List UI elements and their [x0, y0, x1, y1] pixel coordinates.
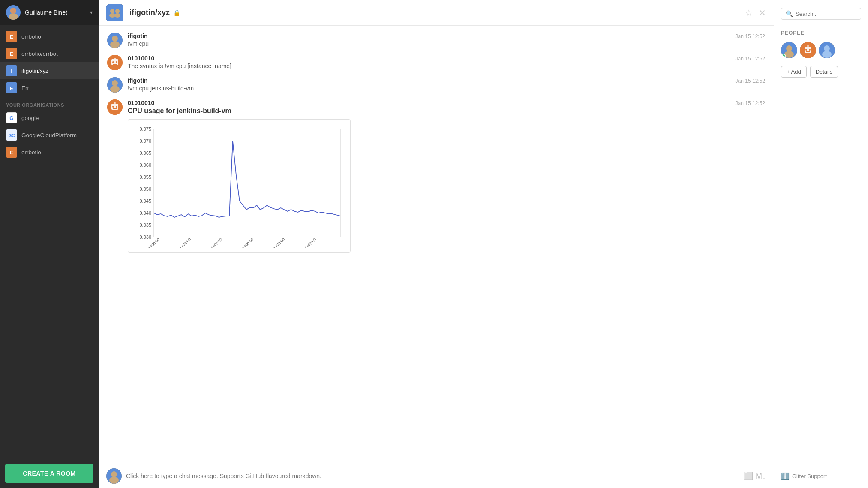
svg-point-21	[114, 13, 120, 18]
svg-text:E: E	[10, 150, 13, 155]
org-icon-google: G	[6, 112, 17, 123]
svg-point-19	[115, 9, 120, 13]
add-person-button[interactable]: + Add	[781, 66, 807, 78]
org-icon-gcp: GC	[6, 129, 17, 141]
message-username: 01010010	[128, 99, 154, 106]
svg-rect-39	[114, 102, 116, 104]
details-button[interactable]: Details	[810, 66, 838, 78]
svg-rect-78	[807, 45, 809, 47]
svg-point-69	[109, 477, 119, 484]
room-label-xyz: ifigotin/xyz	[21, 68, 48, 74]
svg-point-18	[110, 9, 114, 13]
online-indicator	[781, 54, 786, 58]
svg-point-81	[822, 51, 832, 58]
chart-title: CPU usage for jenkins-build-vm	[128, 107, 765, 115]
sidebar-item-errbotio[interactable]: E errbotio	[0, 28, 99, 45]
svg-point-37	[116, 106, 117, 108]
username-label: Guillaume Binet	[25, 9, 90, 16]
svg-text:0.035: 0.035	[139, 222, 151, 228]
sidebar-item-googlecloudplatform[interactable]: GC GoogleCloudPlatform	[0, 126, 99, 144]
sidebar-item-err[interactable]: E Err	[0, 79, 99, 96]
svg-text:0.050: 0.050	[139, 186, 151, 192]
cpu-chart: 0.075 0.070 0.065 0.060 0.055 0.050 0.04…	[128, 119, 351, 253]
lock-icon: 🔒	[173, 9, 180, 16]
svg-text:0.060: 0.060	[139, 162, 151, 168]
chat-header: ifigotin/xyz 🔒 ☆ ✕	[99, 0, 774, 26]
user-avatar	[6, 5, 21, 20]
chevron-down-icon: ▾	[90, 9, 93, 15]
svg-text:0.070: 0.070	[139, 138, 151, 144]
org-label-gcp: GoogleCloudPlatform	[21, 132, 77, 138]
messages-area: ifigotin Jan 15 12:52 !vm cpu	[99, 26, 774, 464]
svg-text:2016-01-15 20:49:01+00:00: 2016-01-15 20:49:01+00:00	[155, 237, 192, 248]
search-bar: 🔍	[781, 8, 861, 20]
svg-text:0.055: 0.055	[139, 174, 151, 180]
avatar	[107, 33, 123, 48]
svg-rect-77	[806, 51, 810, 52]
main-chat-area: ifigotin/xyz 🔒 ☆ ✕ ifigotin Jan 15 12:52	[99, 0, 774, 488]
room-label-errbot: errbotio/errbot	[21, 51, 58, 57]
rooms-list: E errbotio E errbotio/errbot I ifigotin/…	[0, 25, 99, 459]
svg-text:G: G	[9, 115, 13, 121]
message-header: ifigotin Jan 15 12:52	[128, 77, 765, 84]
input-user-avatar	[106, 468, 122, 484]
svg-point-68	[111, 471, 117, 477]
people-action-buttons: + Add Details	[781, 66, 861, 78]
sidebar-item-errbotio-org[interactable]: E errbotio	[0, 144, 99, 161]
sidebar-item-google[interactable]: G google	[0, 109, 99, 126]
screen-share-icon[interactable]: ⬜	[744, 471, 753, 481]
svg-point-80	[824, 45, 830, 51]
svg-point-75	[805, 49, 807, 51]
room-label-err: Err	[21, 85, 29, 91]
gitter-icon: ℹ️	[781, 472, 790, 480]
channel-name: ifigotin/xyz	[129, 8, 170, 17]
gitter-support-link[interactable]: ℹ️ Gitter Support	[781, 472, 861, 480]
svg-rect-17	[106, 4, 123, 21]
input-icons: ⬜ M↓	[744, 471, 766, 481]
people-avatars	[781, 42, 861, 58]
message-content: ifigotin Jan 15 12:52 !vm cpu	[128, 33, 765, 47]
svg-point-2	[10, 8, 16, 14]
user-profile[interactable]: Guillaume Binet ▾	[0, 0, 99, 25]
svg-text:0.030: 0.030	[139, 234, 151, 240]
search-input[interactable]	[796, 11, 860, 17]
svg-point-1	[9, 13, 18, 20]
svg-point-32	[112, 80, 118, 86]
room-icon-xyz: I	[6, 65, 17, 76]
markdown-icon[interactable]: M↓	[756, 472, 766, 481]
message-time: Jan 15 12:52	[736, 33, 765, 39]
create-room-button[interactable]: CREATE A ROOM	[5, 464, 93, 483]
svg-text:E: E	[10, 34, 13, 39]
chat-message-input[interactable]	[126, 473, 739, 479]
svg-point-36	[112, 106, 114, 108]
people-label: PEOPLE	[781, 30, 861, 36]
message-text: The syntax is !vm cpu [instance_name]	[128, 63, 765, 69]
sidebar-item-ifigotin-xyz[interactable]: I ifigotin/xyz	[0, 62, 99, 79]
svg-text:2016-01-15 20:46:01+00:00: 2016-01-15 20:46:01+00:00	[249, 237, 286, 248]
svg-point-27	[112, 61, 114, 63]
room-icon-errbot: E	[6, 48, 17, 59]
room-label-errbotio: errbotio	[21, 33, 41, 40]
message-content: 01010010 Jan 15 12:52 The syntax is !vm …	[128, 55, 765, 69]
message-time: Jan 15 12:52	[736, 100, 765, 106]
sidebar-item-errbotio-errbot[interactable]: E errbotio/errbot	[0, 45, 99, 62]
close-icon[interactable]: ✕	[759, 8, 766, 18]
message-row: 01010010 Jan 15 12:52 CPU usage for jenk…	[107, 99, 765, 253]
header-actions: ☆ ✕	[745, 8, 766, 18]
svg-point-72	[784, 51, 794, 58]
gitter-support-label: Gitter Support	[792, 473, 827, 479]
chart-svg: 0.075 0.070 0.065 0.060 0.055 0.050 0.04…	[135, 124, 345, 248]
room-icon-errbotio: E	[6, 31, 17, 42]
message-text: !vm cpu	[128, 40, 765, 47]
avatar	[107, 77, 123, 93]
message-username: 01010010	[128, 55, 154, 62]
svg-point-28	[116, 61, 117, 63]
message-username: ifigotin	[128, 33, 148, 39]
avatar	[107, 55, 123, 70]
star-icon[interactable]: ☆	[745, 8, 753, 18]
svg-point-33	[110, 86, 120, 93]
message-username: ifigotin	[128, 77, 148, 84]
svg-text:I: I	[11, 69, 12, 74]
message-header: 01010010 Jan 15 12:52	[128, 99, 765, 106]
person-avatar-3	[819, 42, 835, 58]
